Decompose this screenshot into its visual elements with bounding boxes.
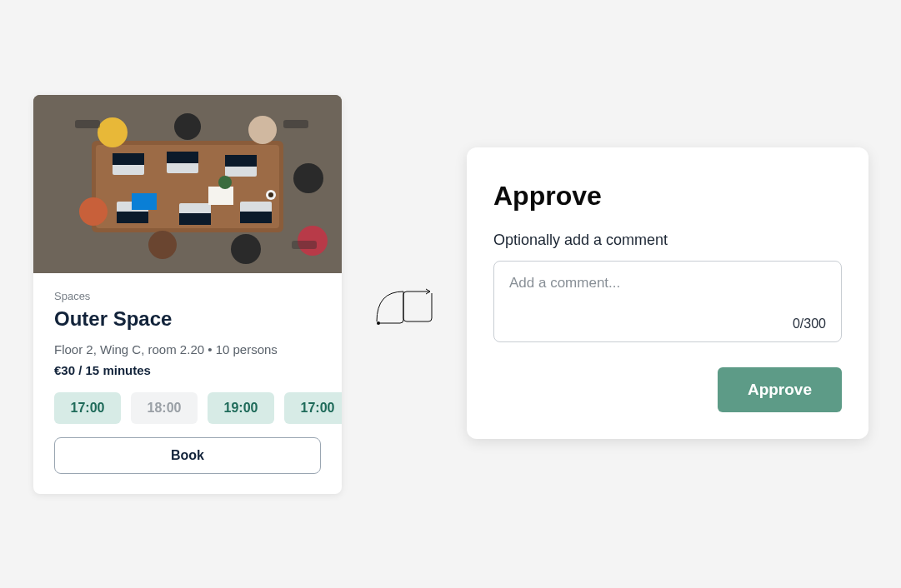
time-slots: 17:00 18:00 19:00 17:00 bbox=[46, 392, 342, 424]
svg-rect-12 bbox=[179, 213, 211, 225]
svg-point-25 bbox=[148, 231, 177, 259]
svg-rect-16 bbox=[208, 187, 233, 205]
svg-point-24 bbox=[79, 197, 108, 226]
svg-rect-10 bbox=[117, 212, 148, 223]
approve-actions: Approve bbox=[493, 367, 842, 412]
svg-rect-15 bbox=[132, 193, 157, 210]
comment-input[interactable] bbox=[509, 275, 826, 308]
svg-point-21 bbox=[174, 113, 201, 140]
svg-point-26 bbox=[231, 234, 261, 264]
svg-rect-28 bbox=[75, 120, 100, 128]
svg-rect-8 bbox=[225, 155, 257, 167]
svg-point-31 bbox=[377, 321, 380, 325]
svg-rect-14 bbox=[240, 212, 272, 223]
approve-title: Approve bbox=[493, 181, 842, 212]
svg-rect-29 bbox=[283, 120, 308, 128]
category-label: Spaces bbox=[54, 290, 321, 302]
space-price: €30 / 15 minutes bbox=[54, 363, 321, 377]
book-button[interactable]: Book bbox=[54, 437, 321, 474]
space-title: Outer Space bbox=[54, 307, 321, 331]
svg-rect-30 bbox=[292, 241, 317, 249]
comment-label: Optionally add a comment bbox=[493, 232, 842, 249]
svg-point-23 bbox=[293, 163, 323, 193]
approve-button[interactable]: Approve bbox=[718, 367, 842, 412]
time-slot[interactable]: 17:00 bbox=[54, 392, 121, 424]
time-slot[interactable]: 18:00 bbox=[131, 392, 198, 424]
comment-box: 0/300 bbox=[493, 261, 842, 342]
svg-point-19 bbox=[268, 192, 273, 197]
space-meta: Floor 2, Wing C, room 2.20 • 10 persons bbox=[54, 342, 321, 356]
char-counter: 0/300 bbox=[509, 316, 826, 331]
svg-rect-6 bbox=[167, 152, 198, 163]
svg-rect-4 bbox=[113, 153, 144, 165]
svg-point-22 bbox=[248, 116, 277, 144]
space-card: Spaces Outer Space Floor 2, Wing C, room… bbox=[33, 95, 342, 494]
time-slot[interactable]: 19:00 bbox=[208, 392, 274, 424]
time-slot[interactable]: 17:00 bbox=[284, 392, 342, 424]
space-image bbox=[33, 95, 342, 273]
connector-line bbox=[373, 288, 440, 321]
approve-card: Approve Optionally add a comment 0/300 A… bbox=[467, 147, 868, 439]
svg-point-20 bbox=[98, 117, 128, 147]
svg-point-17 bbox=[218, 176, 232, 189]
